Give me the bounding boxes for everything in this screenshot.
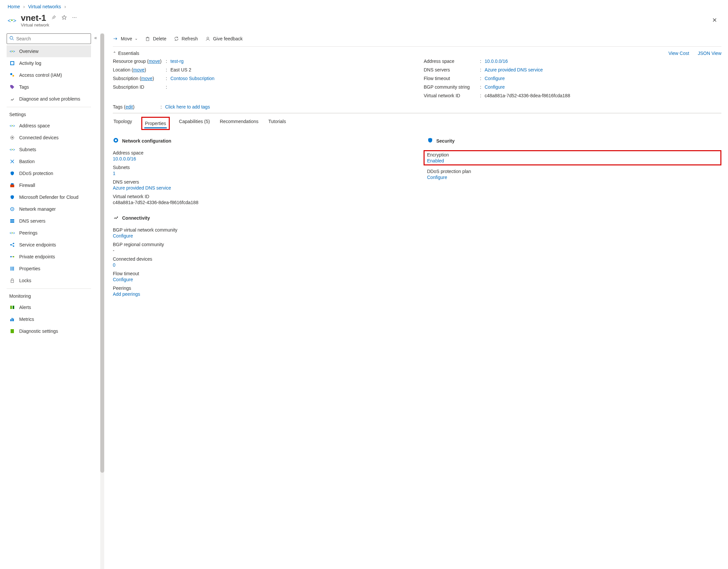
delete-label: Delete [153, 36, 166, 41]
nav-bastion[interactable]: Bastion [7, 155, 91, 167]
nav-connected-devices[interactable]: Connected devices [7, 132, 91, 144]
nav-label: Microsoft Defender for Cloud [19, 195, 78, 200]
nav-properties[interactable]: Properties [7, 263, 91, 275]
prop-address-space-value[interactable]: 10.0.0.0/16 [113, 156, 136, 161]
svg-text:>: > [13, 148, 15, 152]
chevron-down-icon: ⌄ [135, 36, 138, 41]
address-space-value[interactable]: 10.0.0.0/16 [485, 59, 508, 64]
tab-tutorials[interactable]: Tutorials [268, 117, 287, 130]
refresh-button[interactable]: Refresh [174, 36, 198, 41]
activity-log-icon [9, 60, 15, 66]
nav-ddos[interactable]: DDoS protection [7, 167, 91, 179]
resource-group-label: Resource group (move) [113, 59, 166, 64]
nav-diagnostic-settings[interactable]: Diagnostic settings [7, 325, 91, 337]
resource-group-move-link[interactable]: move [149, 59, 160, 64]
flow-timeout-value[interactable]: Configure [485, 76, 505, 81]
essentials-grid: Resource group (move) : test-rg Location… [113, 59, 721, 98]
tags-add-link[interactable]: Click here to add tags [165, 104, 210, 109]
search-box[interactable] [7, 33, 91, 44]
star-icon[interactable] [62, 15, 67, 21]
collapse-sidebar-icon[interactable]: « [94, 35, 97, 569]
nav-private-endpoints[interactable]: Private endpoints [7, 251, 91, 263]
nav-label: Properties [19, 266, 40, 271]
nav-locks[interactable]: Locks [7, 275, 91, 286]
essentials-toggle[interactable]: ⌃ Essentials [113, 51, 139, 56]
tab-properties[interactable]: Properties [144, 119, 167, 128]
essentials-title: Essentials [118, 51, 139, 56]
svg-point-17 [12, 137, 13, 138]
view-cost-link[interactable]: View Cost [668, 51, 689, 56]
dns-servers-value[interactable]: Azure provided DNS service [485, 67, 543, 72]
svg-text:>: > [13, 124, 15, 128]
chevron-up-icon: ⌃ [113, 51, 116, 56]
bgp-value[interactable]: Configure [485, 84, 505, 90]
tab-recommendations[interactable]: Recommendations [219, 117, 259, 130]
nav-label: DNS servers [19, 218, 45, 224]
breadcrumb-home[interactable]: Home [8, 4, 20, 9]
tags-edit-link[interactable]: edit [125, 104, 133, 109]
delete-button[interactable]: Delete [145, 36, 166, 41]
nav-label: Service endpoints [19, 242, 56, 247]
svg-rect-36 [11, 267, 11, 271]
feedback-button[interactable]: Give feedback [205, 36, 243, 41]
svg-rect-42 [10, 319, 11, 321]
close-button[interactable]: ✕ [712, 17, 720, 24]
prop-dns-value[interactable]: Azure provided DNS service [113, 185, 171, 191]
prop-bgp-virtual-value[interactable]: Configure [113, 233, 133, 239]
search-input[interactable] [16, 36, 88, 41]
vnet-icon: <> [8, 16, 16, 24]
nav-firewall[interactable]: Firewall [7, 179, 91, 191]
prop-ddos-value[interactable]: Configure [427, 175, 447, 180]
nav-service-endpoints[interactable]: Service endpoints [7, 239, 91, 251]
nav-label: Activity log [19, 61, 41, 66]
resource-group-value[interactable]: test-rg [170, 59, 184, 64]
prop-encryption-value[interactable]: Enabled [427, 158, 444, 163]
subscription-move-link[interactable]: move [141, 76, 153, 81]
nav-address-space[interactable]: <>Address space [7, 120, 91, 132]
sidebar-scrollbar[interactable] [100, 33, 104, 569]
location-move-link[interactable]: move [133, 67, 145, 72]
prop-subnets-value[interactable]: 1 [113, 171, 115, 176]
nav-defender[interactable]: Microsoft Defender for Cloud [7, 191, 91, 203]
feedback-label: Give feedback [213, 36, 243, 41]
subscription-id-label: Subscription ID [113, 84, 166, 90]
nav-metrics[interactable]: Metrics [7, 313, 91, 325]
pin-icon[interactable] [51, 15, 56, 21]
svg-point-33 [10, 256, 12, 257]
security-title: Security [427, 137, 722, 144]
breadcrumb-vnets[interactable]: Virtual networks [28, 4, 61, 9]
prop-peerings-label: Peerings [113, 285, 407, 291]
json-view-link[interactable]: JSON View [698, 51, 721, 56]
tab-capabilities[interactable]: Capabilities (5) [178, 117, 210, 130]
nav-tags[interactable]: Tags [7, 81, 91, 93]
nav-dns-servers[interactable]: DNS servers [7, 215, 91, 227]
subscription-value[interactable]: Contoso Subscription [170, 76, 214, 81]
nav-activity-log[interactable]: Activity log [7, 57, 91, 69]
nav-alerts[interactable]: Alerts [7, 301, 91, 313]
prop-peerings-value[interactable]: Add peerings [113, 291, 140, 297]
private-endpoints-icon [9, 254, 15, 260]
nav-subnets[interactable]: <>Subnets [7, 144, 91, 155]
move-button[interactable]: Move ⌄ [113, 36, 138, 41]
svg-text:<: < [10, 49, 12, 53]
nav-label: Alerts [19, 305, 31, 310]
bgp-label: BGP community string [424, 84, 480, 90]
prop-ddos-label: DDoS protection plan [427, 169, 722, 174]
nav-section-settings: Settings [7, 107, 91, 120]
svg-rect-25 [10, 219, 14, 221]
nav-peerings[interactable]: <>Peerings [7, 227, 91, 239]
sidebar: <> Overview Activity log Access control … [7, 33, 91, 569]
tab-topology[interactable]: Topology [113, 117, 133, 130]
nav-access-control[interactable]: Access control (IAM) [7, 69, 91, 81]
tabs: Topology Properties Capabilities (5) Rec… [113, 113, 721, 130]
svg-rect-38 [13, 267, 14, 271]
nav-network-manager[interactable]: Network manager [7, 203, 91, 215]
svg-point-10 [10, 73, 12, 75]
more-icon[interactable]: ⋯ [72, 15, 77, 21]
prop-connected-devices-value[interactable]: 0 [113, 262, 115, 268]
nav-overview[interactable]: <> Overview [7, 45, 91, 57]
security-icon [427, 137, 433, 144]
nav-label: Firewall [19, 183, 35, 188]
prop-flow-timeout-value[interactable]: Configure [113, 277, 133, 282]
nav-diagnose[interactable]: Diagnose and solve problems [7, 93, 91, 105]
